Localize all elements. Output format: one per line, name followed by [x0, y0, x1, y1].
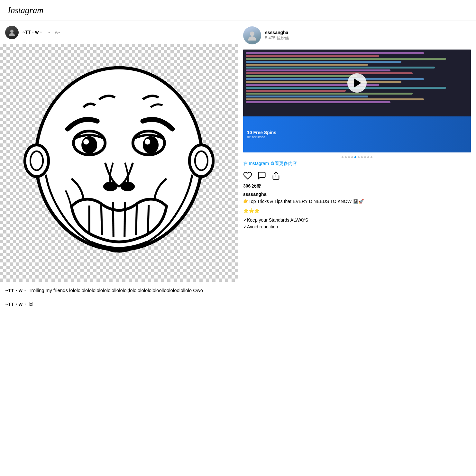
- header: Instagram: [0, 0, 476, 21]
- sidebar-caption-3: ✓Keep your Standards ALWAYS: [243, 217, 471, 224]
- carousel-dot[interactable]: [367, 156, 369, 158]
- post-caption: ~TT・w・ Trolling my friends lolololololol…: [5, 287, 233, 294]
- code-line: [246, 52, 424, 54]
- troll-face-svg: [16, 60, 222, 266]
- like-button[interactable]: [243, 171, 252, 180]
- play-button[interactable]: [347, 73, 367, 93]
- post-image: [0, 44, 238, 282]
- svg-point-9: [121, 182, 135, 191]
- sidebar-avatar[interactable]: [243, 26, 261, 44]
- post-header-separator: •: [48, 30, 50, 35]
- code-line: [246, 55, 379, 57]
- code-line: [246, 81, 401, 83]
- carousel-dot[interactable]: [348, 156, 350, 158]
- post-follow-btn[interactable]: w•: [55, 30, 60, 35]
- caption-username[interactable]: ~TT・w・: [5, 288, 27, 293]
- svg-point-20: [250, 32, 254, 36]
- caption-text: Trolling my friends lolololololololololo…: [29, 288, 203, 293]
- see-more-link[interactable]: 在 Instagram 查看更多内容: [243, 161, 471, 167]
- post-comment: ~TT・w・ lol: [0, 297, 238, 308]
- svg-point-8: [103, 182, 117, 191]
- sidebar-profile: ssssangha 5,475 位粉丝: [243, 26, 471, 44]
- post-caption-area: ~TT・w・ Trolling my friends lolololololol…: [0, 282, 238, 294]
- code-line: [246, 58, 446, 60]
- carousel-dot[interactable]: [371, 156, 372, 158]
- svg-point-19: [195, 151, 207, 170]
- carousel-dot[interactable]: [345, 156, 347, 158]
- carousel-dots: [243, 156, 471, 158]
- svg-line-15: [148, 205, 149, 234]
- sidebar-caption-1: 👉Top Tricks & Tips that EVERY D NEEDS TO…: [243, 198, 471, 205]
- code-line: [246, 78, 424, 80]
- carousel-dot-active[interactable]: [354, 156, 356, 158]
- carousel-dot[interactable]: [351, 156, 353, 158]
- code-line: [246, 96, 368, 97]
- likes-count: 306 次赞: [243, 183, 471, 189]
- video-bottom-text: 10 Free Spins: [247, 130, 467, 135]
- share-button[interactable]: [271, 171, 280, 180]
- sidebar-avatar-silhouette: [246, 30, 258, 41]
- svg-point-17: [30, 151, 43, 170]
- svg-point-3: [81, 136, 97, 154]
- video-bottom-sub: de recursos: [247, 135, 467, 139]
- troll-face: [10, 53, 228, 272]
- code-line: [246, 67, 435, 69]
- code-line: [246, 69, 390, 71]
- svg-point-6: [143, 136, 159, 154]
- code-line: [246, 75, 357, 77]
- action-row: [243, 171, 471, 180]
- share-icon: [271, 171, 280, 180]
- post-username[interactable]: ~TT・w・: [23, 30, 43, 35]
- sidebar-caption-4: ✓Avoid repetition: [243, 224, 471, 230]
- code-line: [246, 72, 413, 74]
- carousel-dot[interactable]: [358, 156, 360, 158]
- carousel-dot[interactable]: [342, 156, 343, 158]
- svg-point-7: [145, 139, 150, 144]
- sidebar-username[interactable]: ssssangha: [265, 30, 289, 35]
- play-icon: [354, 78, 361, 87]
- comment-button[interactable]: [257, 171, 266, 180]
- carousel-dot[interactable]: [361, 156, 363, 158]
- sidebar-video[interactable]: 10 Free Spins de recursos: [243, 50, 471, 152]
- sidebar-content-username[interactable]: ssssangha: [243, 192, 471, 197]
- code-line: [246, 87, 446, 89]
- code-line: [246, 101, 390, 103]
- code-line: [246, 61, 401, 63]
- post-panel: ~TT・w・ • w•: [0, 21, 238, 308]
- carousel-dot[interactable]: [364, 156, 366, 158]
- heart-icon: [243, 171, 252, 180]
- comment-username[interactable]: ~TT・w・: [5, 301, 27, 307]
- comment-text: lol: [29, 301, 33, 307]
- svg-point-0: [10, 30, 14, 33]
- code-line: [246, 93, 413, 95]
- code-line: [246, 90, 346, 92]
- svg-line-12: [113, 202, 114, 237]
- svg-line-14: [136, 203, 137, 235]
- instagram-logo: Instagram: [8, 5, 43, 15]
- post-header: ~TT・w・ • w•: [0, 21, 238, 44]
- svg-point-4: [83, 139, 89, 144]
- code-background: [243, 50, 471, 116]
- sidebar-caption-2: ⭐⭐⭐: [243, 207, 471, 214]
- code-line: [246, 98, 424, 100]
- sidebar-followers: 5,475 位粉丝: [265, 35, 289, 41]
- post-avatar[interactable]: [5, 26, 19, 39]
- code-line: [246, 64, 368, 66]
- comment-icon: [257, 171, 266, 180]
- sidebar-profile-info: ssssangha 5,475 位粉丝: [265, 30, 289, 41]
- video-bottom-section: 10 Free Spins de recursos: [243, 116, 471, 152]
- svg-line-11: [101, 203, 102, 235]
- avatar-silhouette: [7, 28, 16, 37]
- main-container: ~TT・w・ • w•: [0, 21, 476, 308]
- sidebar-panel: ssssangha 5,475 位粉丝: [238, 21, 476, 308]
- svg-line-13: [124, 202, 125, 237]
